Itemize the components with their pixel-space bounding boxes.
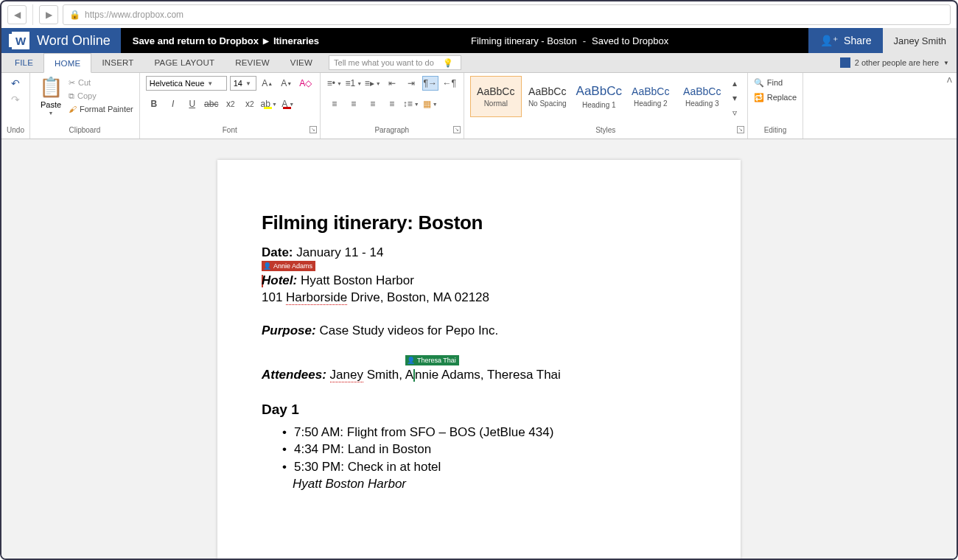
ribbon-group-editing: 🔍Find 🔁Replace Editing	[748, 73, 803, 139]
brush-icon: 🖌	[69, 105, 77, 113]
share-button[interactable]: 👤⁺ Share	[808, 28, 883, 53]
collab-cursor-annie: 👤Annie Adams	[262, 262, 696, 273]
user-menu[interactable]: Janey Smith	[883, 28, 957, 53]
tab-review[interactable]: REVIEW	[225, 53, 280, 73]
group-label: Undo	[1, 125, 29, 139]
cut-button[interactable]: ✂Cut	[69, 76, 133, 89]
strikethrough-button[interactable]: abc	[203, 97, 220, 111]
clear-formatting-button[interactable]: A◇	[298, 76, 314, 91]
font-size-combo[interactable]: 14▼	[230, 76, 256, 91]
date-line: Date: January 11 - 14	[262, 245, 696, 262]
person-icon: 👤	[263, 262, 271, 270]
ribbon: ↶ ↷ Undo 📋 Paste ▼ ✂Cut ⧉Copy 🖌Format Pa…	[1, 73, 957, 139]
share-icon: 👤⁺	[820, 35, 838, 46]
chevron-right-icon: ▶	[263, 37, 269, 45]
align-center-button[interactable]: ≡	[346, 97, 362, 111]
list-item: 5:30 PM: Check in at hotel	[282, 458, 696, 476]
ribbon-group-font: Helvetica Neue▼ 14▼ A▲ A▼ A◇ B I U abc x…	[140, 73, 321, 139]
styles-scroll-up[interactable]: ▴	[728, 76, 741, 91]
chevron-down-icon: ▼	[245, 80, 251, 87]
styles-expand[interactable]: ▿	[728, 105, 741, 120]
dialog-launcher[interactable]: ↘	[737, 126, 744, 133]
styles-scroll-down[interactable]: ▾	[728, 91, 741, 105]
align-right-button[interactable]: ≡	[365, 97, 381, 111]
share-label: Share	[844, 35, 871, 46]
word-icon: W	[12, 32, 29, 49]
font-color-button[interactable]: A▼	[280, 97, 296, 111]
font-name-combo[interactable]: Helvetica Neue▼	[146, 76, 227, 91]
tab-insert[interactable]: INSERT	[91, 53, 144, 73]
shading-button[interactable]: ▦▼	[422, 97, 438, 111]
justify-button[interactable]: ≡	[384, 97, 400, 111]
tab-file[interactable]: FILE	[4, 53, 43, 73]
italic-button[interactable]: I	[165, 97, 181, 111]
find-button[interactable]: 🔍Find	[754, 76, 783, 89]
presence-indicator[interactable]: 2 other people are here ▼	[833, 57, 957, 68]
superscript-button[interactable]: x2	[242, 97, 258, 111]
style-normal[interactable]: AaBbCcNormal	[470, 76, 522, 117]
line-spacing-button[interactable]: ↕≡▼	[403, 97, 419, 111]
breadcrumb-item[interactable]: Itineraries	[273, 35, 319, 46]
shrink-font-button[interactable]: A▼	[279, 76, 295, 91]
format-painter-button[interactable]: 🖌Format Painter	[69, 102, 133, 116]
tab-page-layout[interactable]: PAGE LAYOUT	[144, 53, 225, 73]
chevron-down-icon: ▼	[943, 60, 949, 66]
document-page[interactable]: Filming itinerary: Boston Date: January …	[217, 160, 741, 559]
copy-button[interactable]: ⧉Copy	[69, 89, 133, 102]
replace-icon: 🔁	[754, 93, 764, 102]
grow-font-button[interactable]: A▲	[259, 76, 276, 91]
clipboard-icon: 📋	[39, 76, 63, 99]
ribbon-group-styles: AaBbCcNormal AaBbCcNo Spacing AaBbCcHead…	[464, 73, 748, 139]
increase-indent-button[interactable]: ⇥	[403, 76, 419, 91]
hotel-address: 101 Harborside Drive, Boston, MA 02128	[262, 290, 696, 307]
group-label: Clipboard	[30, 125, 139, 139]
style-heading-2[interactable]: AaBbCcHeading 2	[625, 76, 676, 117]
bullets-button[interactable]: ≡•▼	[326, 76, 343, 91]
brand: W Word Online	[1, 28, 121, 53]
subscript-button[interactable]: x2	[223, 97, 239, 111]
style-no-spacing[interactable]: AaBbCcNo Spacing	[522, 76, 573, 117]
save-status: Saved to Dropbox	[592, 35, 668, 46]
redo-button[interactable]: ↷	[7, 92, 24, 107]
scrollbar[interactable]	[945, 139, 957, 559]
chevron-down-icon: ▼	[49, 111, 54, 116]
breadcrumb-item[interactable]: Save and return to Dropbox	[133, 35, 259, 46]
url-text: https://www.dropbox.com	[85, 10, 183, 20]
align-left-button[interactable]: ≡	[326, 97, 343, 111]
presence-text: 2 other people are here	[855, 58, 939, 67]
highlight-button[interactable]: ab▼	[261, 97, 277, 111]
paste-button[interactable]: 📋 Paste ▼	[36, 76, 66, 116]
dialog-launcher[interactable]: ↘	[310, 126, 317, 133]
brand-label: Word Online	[37, 33, 111, 49]
tab-view[interactable]: VIEW	[280, 53, 323, 73]
multilevel-list-button[interactable]: ≡▸▼	[365, 76, 381, 91]
paste-label: Paste	[41, 100, 61, 109]
tell-me-search[interactable]: Tell me what you want to do 💡	[329, 55, 461, 70]
undo-button[interactable]: ↶	[7, 76, 24, 91]
tab-home[interactable]: HOME	[43, 53, 91, 73]
ltr-button[interactable]: ¶→	[422, 76, 438, 91]
dialog-launcher[interactable]: ↘	[453, 126, 461, 133]
style-heading-3[interactable]: AaBbCcHeading 3	[676, 76, 728, 117]
collab-cursor-theresa: 👤Theresa Thai	[405, 356, 696, 367]
chevron-down-icon: ▼	[207, 80, 213, 87]
back-button[interactable]: ◀	[7, 5, 27, 24]
address-bar[interactable]: 🔒 https://www.dropbox.com	[63, 4, 951, 25]
list-item: 7:50 AM: Flight from SFO – BOS (JetBlue …	[282, 424, 696, 441]
list-item: 4:34 PM: Land in Boston	[282, 441, 696, 458]
group-label: Paragraph↘	[321, 125, 464, 139]
bold-button[interactable]: B	[146, 97, 162, 111]
underline-button[interactable]: U	[184, 97, 200, 111]
purpose-line: Purpose: Case Study videos for Pepo Inc.	[262, 323, 696, 340]
app-window: ◀ ▶ 🔒 https://www.dropbox.com W Word Onl…	[0, 0, 958, 560]
ribbon-group-clipboard: 📋 Paste ▼ ✂Cut ⧉Copy 🖌Format Painter Cli…	[30, 73, 140, 139]
forward-button[interactable]: ▶	[39, 5, 58, 24]
rtl-button[interactable]: ←¶	[441, 76, 458, 91]
collapse-ribbon-button[interactable]: ᐱ	[947, 76, 952, 84]
style-heading-1[interactable]: AaBbCcHeading 1	[573, 76, 625, 117]
replace-button[interactable]: 🔁Replace	[754, 91, 797, 104]
decrease-indent-button[interactable]: ⇤	[384, 76, 400, 91]
doc-title: Filming itinerary: Boston	[262, 211, 696, 234]
document-canvas[interactable]: Filming itinerary: Boston Date: January …	[1, 139, 957, 559]
numbering-button[interactable]: ≡1▼	[346, 76, 362, 91]
